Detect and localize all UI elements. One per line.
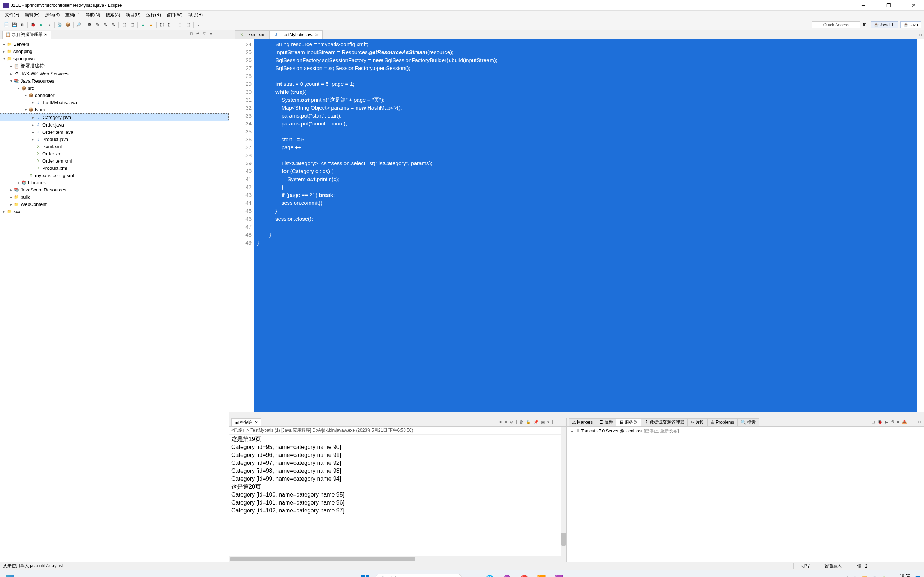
run-button[interactable]: ▶ <box>37 21 45 29</box>
datasource-tab[interactable]: 🗄 数据源资源管理器 <box>641 418 688 426</box>
forward-button[interactable]: → <box>204 21 211 29</box>
menu-window[interactable]: 窗口(W) <box>165 11 184 19</box>
minimize-button[interactable]: ─ <box>856 3 871 8</box>
tree-item-productxml[interactable]: XProduct.xml <box>0 164 229 172</box>
tool-icon[interactable]: ⚙ <box>86 21 93 29</box>
tray-ime1[interactable]: 英 <box>845 575 849 577</box>
console-output[interactable]: 这是第19页Category [id=95, name=category nam… <box>229 435 566 556</box>
tree-item-jaxws[interactable]: ▸⚗JAX-WS Web Services <box>0 70 229 77</box>
edge-icon[interactable]: 🌐 <box>482 572 497 577</box>
publish-icon[interactable]: 📤 <box>901 420 908 424</box>
save-button[interactable]: 💾 <box>11 21 18 29</box>
tree-item-controller[interactable]: ▾📦controller <box>0 92 229 99</box>
editor-tab-fkxml[interactable]: Xfkxml.xml <box>235 30 269 39</box>
tool-icon[interactable]: ● <box>139 21 147 29</box>
tree-item-orderitemxml[interactable]: XOrderItem.xml <box>0 157 229 164</box>
filter-icon[interactable]: ▽ <box>201 32 207 37</box>
tree-item-servers[interactable]: ▸📁Servers <box>0 40 229 48</box>
tree-item-springmvc[interactable]: ▾📁springmvc <box>0 55 229 62</box>
console-vscroll[interactable] <box>561 427 566 556</box>
save-all-button[interactable]: 🗎 <box>19 21 26 29</box>
tree-item-orderitem[interactable]: ▸JOrderItem.java <box>0 128 229 135</box>
tree-item-orderxml[interactable]: XOrder.xml <box>0 150 229 157</box>
tray-notifications-icon[interactable]: 1 <box>914 575 921 577</box>
chrome-icon[interactable]: 🔴 <box>517 572 531 577</box>
widgets-button[interactable] <box>3 572 17 577</box>
editor-tab-testmybatis[interactable]: JTestMybatis.java ✕ <box>269 30 323 39</box>
left-ruler[interactable] <box>229 39 236 412</box>
intellij-icon[interactable]: 🟪 <box>551 572 566 577</box>
overview-ruler[interactable] <box>917 39 924 412</box>
debug-server-icon[interactable]: 🐞 <box>876 420 884 424</box>
menu-search[interactable]: 搜索(A) <box>103 11 122 19</box>
tree-item-mybatisconfig[interactable]: Xmybatis-config.xml <box>0 172 229 179</box>
menu-run[interactable]: 运行(R) <box>144 11 163 19</box>
problems-tab[interactable]: ⚠ Problems <box>708 418 737 426</box>
tool-icon[interactable]: ⬚ <box>166 21 173 29</box>
console-hscroll[interactable] <box>229 556 566 562</box>
close-icon[interactable]: ✕ <box>254 420 258 425</box>
menu-file[interactable]: 文件(F) <box>3 11 21 19</box>
close-icon[interactable]: ✕ <box>315 32 319 37</box>
tree-item-javares[interactable]: ▾📚Java Resources <box>0 77 229 84</box>
open-type-button[interactable]: 🔎 <box>75 21 82 29</box>
view-menu-icon[interactable]: ▾ <box>208 32 214 37</box>
servers-tab[interactable]: 🖥 服务器 <box>616 418 641 426</box>
tool-icon[interactable]: ⬚ <box>185 21 192 29</box>
menu-help[interactable]: 帮助(H) <box>186 11 205 19</box>
maximize-icon[interactable]: □ <box>559 420 564 424</box>
tree-item-jsres[interactable]: ▸📚JavaScript Resources <box>0 186 229 193</box>
taskview-icon[interactable]: ⊞ <box>465 572 479 577</box>
minimize-icon[interactable]: ─ <box>912 420 917 424</box>
menu-edit[interactable]: 编辑(E) <box>23 11 42 19</box>
run-server-icon[interactable]: ▶ <box>884 420 889 424</box>
tool-icon[interactable]: ⬚ <box>121 21 128 29</box>
clear-icon[interactable]: 🗑 <box>518 420 525 424</box>
tool-icon[interactable]: ⊟ <box>871 420 876 424</box>
project-explorer-tab[interactable]: 📋 项目资源管理器 ✕ <box>2 31 51 39</box>
app-icon[interactable]: 🟧 <box>534 572 549 577</box>
maximize-icon[interactable]: □ <box>917 31 924 39</box>
tree-item-webcontent[interactable]: ▸📁WebContent <box>0 200 229 208</box>
tree-item-shopping[interactable]: ▸📁shopping <box>0 48 229 55</box>
start-button[interactable] <box>358 572 373 577</box>
remove-all-icon[interactable]: ⊗ <box>509 420 514 424</box>
search-tab[interactable]: 🔍 搜索 <box>737 418 759 426</box>
tree-item-num[interactable]: ▾📦Num <box>0 106 229 113</box>
stop-icon[interactable]: ■ <box>896 420 901 424</box>
profile-icon[interactable]: ⏱ <box>889 420 895 424</box>
maximize-button[interactable]: ❐ <box>881 3 896 8</box>
minimize-icon[interactable]: ─ <box>215 32 220 37</box>
maximize-icon[interactable]: □ <box>221 32 227 37</box>
menu-refactor[interactable]: 重构(T) <box>63 11 82 19</box>
tree-item-fkxml[interactable]: Xfkxml.xml <box>0 143 229 150</box>
menu-navigate[interactable]: 导航(N) <box>83 11 102 19</box>
pin-icon[interactable]: 📌 <box>532 420 540 424</box>
run-last-button[interactable]: ▷ <box>45 21 53 29</box>
open-perspective-button[interactable]: ⊞ <box>861 21 868 29</box>
project-tree[interactable]: ▸📁Servers ▸📁shopping ▾📁springmvc ▸📋部署描述符… <box>0 39 229 562</box>
debug-button[interactable]: 🐞 <box>30 21 37 29</box>
markers-tab[interactable]: ⚠ Markers <box>569 418 596 426</box>
properties-tab[interactable]: ☰ 属性 <box>596 418 616 426</box>
taskbar-search[interactable]: 🔍搜索 <box>375 574 462 577</box>
console-tab[interactable]: ▣控制台 ✕ <box>231 418 261 426</box>
quick-access[interactable]: Quick Access <box>812 21 861 29</box>
maximize-icon[interactable]: □ <box>917 420 922 424</box>
tree-item-src[interactable]: ▾📦src <box>0 84 229 92</box>
servers-content[interactable]: ▸ 🖥 Tomcat v7.0 Server @ localhost [已停止,… <box>567 427 924 562</box>
tree-item-category[interactable]: ▸JCategory.java <box>0 113 229 121</box>
minimize-icon[interactable]: ─ <box>909 31 917 39</box>
editor-hscroll[interactable] <box>229 412 924 417</box>
tool-icon[interactable]: ● <box>147 21 155 29</box>
scroll-lock-icon[interactable]: 🔒 <box>525 420 532 424</box>
tool-icon[interactable]: ⬚ <box>129 21 136 29</box>
terminate-icon[interactable]: ■ <box>498 420 503 424</box>
code-area[interactable]: String resource = "mybatis-config.xml"; … <box>254 39 917 412</box>
tool-icon[interactable]: ✎ <box>94 21 101 29</box>
tree-item-testmybatis[interactable]: ▸JTestMybatis.java <box>0 99 229 106</box>
open-console-icon[interactable]: ▾ <box>546 420 551 424</box>
minimize-icon[interactable]: ─ <box>554 420 559 424</box>
new-package-button[interactable]: 📦 <box>64 21 71 29</box>
tool-icon[interactable]: ⬚ <box>158 21 165 29</box>
